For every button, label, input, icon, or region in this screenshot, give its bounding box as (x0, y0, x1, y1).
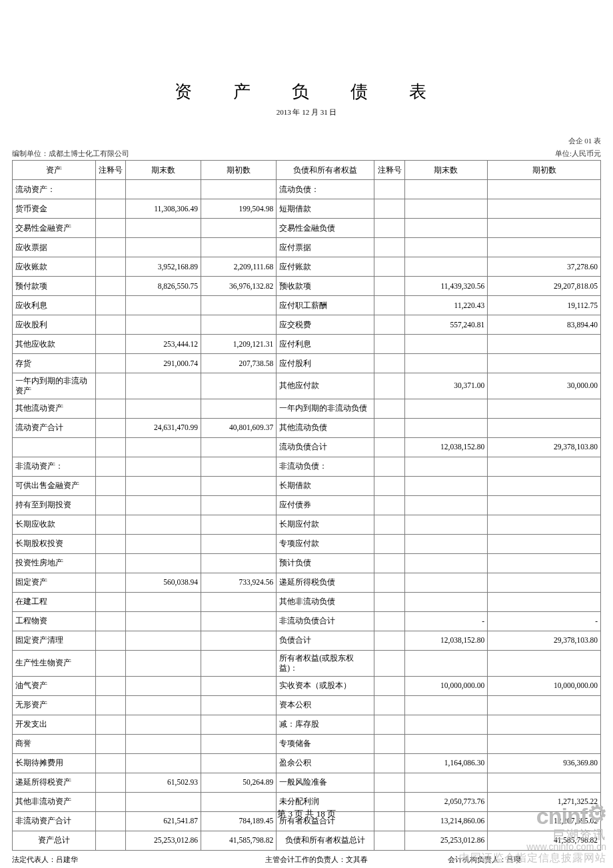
liab-note (374, 277, 404, 296)
liab-label: 所有者权益(或股东权益)： (277, 650, 374, 676)
table-row: 应收账款3,952,168.892,209,111.68应付账款37,278.6… (13, 257, 601, 277)
asset-note (95, 773, 125, 792)
table-row: 工程物资非流动负债合计-- (13, 611, 601, 631)
asset-note (95, 315, 125, 335)
liab-begin (488, 553, 601, 573)
asset-label: 无形资产 (13, 695, 96, 715)
liab-label: 减：库存股 (277, 715, 374, 734)
liab-label: 负债合计 (277, 631, 374, 650)
liab-note (374, 219, 404, 238)
col-note: 注释号 (95, 161, 125, 180)
asset-begin (201, 219, 277, 238)
asset-label: 货币资金 (13, 199, 96, 219)
liab-label: 非流动负债合计 (277, 611, 374, 631)
liab-end (404, 418, 488, 437)
asset-label: 存货 (13, 354, 96, 373)
watermark-brand: cninf (536, 803, 587, 829)
liab-label: 预计负债 (277, 553, 374, 573)
liab-begin (488, 418, 601, 437)
asset-end (125, 650, 201, 676)
asset-end (125, 457, 201, 476)
liab-note (374, 676, 404, 695)
asset-label: 长期待摊费用 (13, 753, 96, 773)
liab-label: 一年内到期的非流动负债 (277, 399, 374, 418)
liab-note (374, 335, 404, 354)
asset-begin (201, 534, 277, 553)
asset-note (95, 534, 125, 553)
asset-label: 油气资产 (13, 676, 96, 695)
liab-begin (488, 650, 601, 676)
asset-end (125, 734, 201, 753)
liab-label: 预收款项 (277, 277, 374, 296)
balance-sheet-table: 资产 注释号 期末数 期初数 负债和所有者权益 注释号 期末数 期初数 流动资产… (12, 160, 601, 851)
asset-end (125, 753, 201, 773)
asset-begin: 2,209,111.68 (201, 257, 277, 277)
asset-end (125, 219, 201, 238)
swirl-icon: ⚙ (587, 801, 606, 826)
asset-note (95, 495, 125, 515)
table-row: 长期股权投资专项应付款 (13, 534, 601, 553)
liab-note (374, 773, 404, 792)
asset-end: 8,826,550.75 (125, 277, 201, 296)
liab-begin: 30,000.00 (488, 373, 601, 399)
liab-note (374, 476, 404, 495)
liab-begin (488, 399, 601, 418)
asset-note (95, 257, 125, 277)
table-row: 流动负债合计12,038,152.8029,378,103.80 (13, 437, 601, 457)
liab-begin: 37,278.60 (488, 257, 601, 277)
liab-note (374, 296, 404, 315)
liab-end: - (404, 611, 488, 631)
liab-note (374, 715, 404, 734)
table-row: 生产性生物资产所有者权益(或股东权益)： (13, 650, 601, 676)
asset-note (95, 399, 125, 418)
asset-begin (201, 476, 277, 495)
liab-note (374, 238, 404, 257)
liab-note (374, 495, 404, 515)
asset-begin (201, 650, 277, 676)
asset-note (95, 515, 125, 534)
asset-begin: 50,264.89 (201, 773, 277, 792)
asset-label: 流动资产： (13, 180, 96, 199)
asset-end (125, 495, 201, 515)
liab-label: 交易性金融负债 (277, 219, 374, 238)
asset-label: 可供出售金融资产 (13, 476, 96, 495)
asset-note (95, 553, 125, 573)
liab-begin: 29,378,103.80 (488, 631, 601, 650)
liab-label: 长期借款 (277, 476, 374, 495)
liab-end: 12,038,152.80 (404, 631, 488, 650)
table-row: 应收股利应交税费557,240.8183,894.40 (13, 315, 601, 335)
table-row: 非流动资产：非流动负债： (13, 457, 601, 476)
col-note2: 注释号 (374, 161, 404, 180)
liab-begin (488, 495, 601, 515)
liab-end: 12,038,152.80 (404, 437, 488, 457)
liab-label: 其他流动负债 (277, 418, 374, 437)
liab-end (404, 734, 488, 753)
liab-end: 11,220.43 (404, 296, 488, 315)
asset-end: 61,502.93 (125, 773, 201, 792)
liab-label: 盈余公积 (277, 753, 374, 773)
asset-label: 一年内到期的非流动资产 (13, 373, 96, 399)
asset-note (95, 476, 125, 495)
asset-begin (201, 457, 277, 476)
liab-label: 一般风险准备 (277, 773, 374, 792)
liab-note (374, 553, 404, 573)
asset-label: 预付款项 (13, 277, 96, 296)
asset-note (95, 418, 125, 437)
asset-label: 其他流动资产 (13, 399, 96, 418)
asset-total-note (95, 831, 125, 850)
col-begin2: 期初数 (488, 161, 601, 180)
liab-begin (488, 180, 601, 199)
liab-label: 短期借款 (277, 199, 374, 219)
asset-end (125, 238, 201, 257)
asset-end (125, 592, 201, 611)
liab-end (404, 650, 488, 676)
asset-begin: 1,209,121.31 (201, 335, 277, 354)
report-date: 2013 年 12 月 31 日 (12, 107, 601, 117)
liab-begin (488, 573, 601, 592)
liab-note (374, 650, 404, 676)
liab-label: 流动负债合计 (277, 437, 374, 457)
liab-label: 应付票据 (277, 238, 374, 257)
liab-label: 非流动负债： (277, 457, 374, 476)
asset-end (125, 437, 201, 457)
liab-begin (488, 354, 601, 373)
